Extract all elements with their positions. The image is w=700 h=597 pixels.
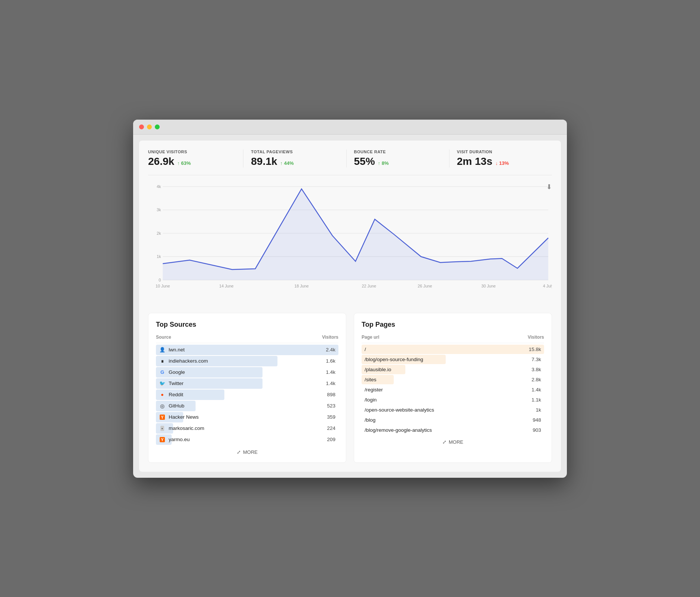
svg-text:0: 0: [159, 277, 161, 282]
table-row[interactable]: ▪ markosaric.com 224: [156, 423, 338, 434]
source-name: G Google: [159, 369, 326, 376]
stat-value-row: 26.9k 63%: [148, 156, 236, 167]
source-name: Y yarmo.eu: [159, 436, 327, 443]
page-visitors: 15.8k: [529, 347, 541, 352]
top-sources-title: Top Sources: [156, 321, 338, 329]
source-name: ▪ markosaric.com: [159, 425, 327, 432]
page-url: /blog/remove-google-analytics: [365, 427, 532, 433]
page-visitors: 1.4k: [531, 387, 541, 393]
table-row[interactable]: G Google 1.4k: [156, 367, 338, 378]
source-visitors: 209: [327, 437, 335, 442]
top-sources-panel: Top Sources Source Visitors 👤 lwn.net 2.…: [148, 313, 346, 463]
table-row[interactable]: /sites 2.8k: [362, 375, 544, 384]
source-icon: ●: [159, 391, 166, 398]
table-row[interactable]: 🐦 Twitter 1.4k: [156, 378, 338, 389]
sources-table-header: Source Visitors: [156, 335, 338, 343]
stat-item-3: VISIT DURATION 2m 13s 13%: [449, 150, 552, 167]
source-icon: 🐦: [159, 380, 166, 387]
source-name: ● Reddit: [159, 391, 327, 398]
maximize-button[interactable]: [155, 124, 160, 129]
table-row[interactable]: /plausible.io 3.8k: [362, 365, 544, 374]
stat-change: 44%: [280, 160, 294, 166]
page-visitors: 1.1k: [531, 397, 541, 403]
source-visitors: 2.4k: [326, 347, 335, 353]
svg-text:18 June: 18 June: [294, 283, 308, 288]
app-window: UNIQUE VISITORS 26.9k 63% TOTAL PAGEVIEW…: [133, 120, 567, 478]
svg-text:4k: 4k: [157, 184, 161, 188]
table-row[interactable]: /blog/remove-google-analytics 903: [362, 425, 544, 435]
page-url: /: [365, 347, 529, 352]
source-icon: ▪: [159, 425, 166, 432]
source-name: 🐦 Twitter: [159, 380, 326, 387]
page-url: /open-source-website-analytics: [365, 407, 536, 413]
svg-text:14 June: 14 June: [219, 283, 233, 288]
table-row[interactable]: 👤 lwn.net 2.4k: [156, 345, 338, 355]
source-col-header: Source: [156, 335, 171, 340]
pages-table: / 15.8k /blog/open-source-funding 7.3k /…: [362, 345, 544, 435]
table-row[interactable]: /blog 948: [362, 415, 544, 425]
table-row[interactable]: /login 1.1k: [362, 395, 544, 404]
svg-text:26 June: 26 June: [418, 283, 432, 288]
source-name: ∎ indiehackers.com: [159, 358, 326, 364]
svg-text:2k: 2k: [157, 231, 161, 235]
page-url: /blog: [365, 417, 532, 423]
stat-value-row: 55% 8%: [354, 156, 442, 167]
table-row[interactable]: Y yarmo.eu 209: [156, 434, 338, 445]
main-content: UNIQUE VISITORS 26.9k 63% TOTAL PAGEVIEW…: [139, 141, 561, 472]
source-visitors: 1.4k: [326, 381, 335, 386]
stat-label: UNIQUE VISITORS: [148, 150, 236, 154]
stat-item-1: TOTAL PAGEVIEWS 89.1k 44%: [243, 150, 346, 167]
page-url: /sites: [365, 377, 531, 382]
page-url: /blog/open-source-funding: [365, 357, 531, 362]
page-visitors: 3.8k: [531, 367, 541, 372]
source-icon: ∎: [159, 358, 166, 364]
table-row[interactable]: ∎ indiehackers.com 1.6k: [156, 356, 338, 366]
url-col-header: Page url: [362, 335, 379, 340]
minimize-button[interactable]: [147, 124, 152, 129]
source-name: 👤 lwn.net: [159, 347, 326, 353]
source-visitors: 1.6k: [326, 358, 335, 364]
stat-value-row: 2m 13s 13%: [457, 156, 544, 167]
table-row[interactable]: /blog/open-source-funding 7.3k: [362, 355, 544, 364]
source-icon: G: [159, 369, 166, 376]
table-row[interactable]: /open-source-website-analytics 1k: [362, 405, 544, 415]
table-row[interactable]: ● Reddit 898: [156, 390, 338, 400]
stat-item-2: BOUNCE RATE 55% 8%: [347, 150, 449, 167]
source-visitors: 523: [327, 403, 335, 409]
svg-text:22 June: 22 June: [362, 283, 376, 288]
table-row[interactable]: ◎ GitHub 523: [156, 401, 338, 411]
source-icon: 👤: [159, 347, 166, 353]
table-row[interactable]: /register 1.4k: [362, 385, 544, 394]
source-icon: Y: [159, 436, 166, 443]
pages-more-button[interactable]: ⤢ MORE: [362, 439, 544, 445]
table-row[interactable]: / 15.8k: [362, 345, 544, 354]
page-visitors: 7.3k: [531, 357, 541, 362]
page-url: /register: [365, 387, 531, 393]
stat-item-0: UNIQUE VISITORS 26.9k 63%: [148, 150, 243, 167]
top-pages-title: Top Pages: [362, 321, 544, 329]
download-icon[interactable]: ⬇: [546, 183, 552, 191]
chart-container: ⬇ 01k2k3k4k10 June14 June18 June22 June2…: [148, 183, 552, 304]
sources-more-button[interactable]: ⤢ MORE: [156, 449, 338, 455]
source-icon: Y: [159, 414, 166, 421]
source-visitors: 224: [327, 425, 335, 431]
pages-table-header: Page url Visitors: [362, 335, 544, 343]
source-visitors: 359: [327, 414, 335, 420]
expand-icon2: ⤢: [442, 439, 446, 445]
source-visitors: 1.4k: [326, 369, 335, 375]
table-row[interactable]: Y Hacker News 359: [156, 412, 338, 422]
stat-label: TOTAL PAGEVIEWS: [251, 150, 338, 154]
page-url: /login: [365, 397, 531, 403]
close-button[interactable]: [139, 124, 144, 129]
stat-value: 55%: [354, 156, 375, 167]
stat-value: 26.9k: [148, 156, 174, 167]
stats-row: UNIQUE VISITORS 26.9k 63% TOTAL PAGEVIEW…: [148, 150, 552, 175]
top-pages-panel: Top Pages Page url Visitors / 15.8k /blo…: [354, 313, 552, 463]
svg-text:3k: 3k: [157, 207, 161, 212]
visitors-col-header2: Visitors: [528, 335, 544, 340]
source-icon: ◎: [159, 403, 166, 409]
stat-label: BOUNCE RATE: [354, 150, 442, 154]
page-url: /plausible.io: [365, 367, 531, 372]
svg-text:4 July: 4 July: [543, 283, 552, 288]
sources-table: 👤 lwn.net 2.4k ∎ indiehackers.com 1.6k G…: [156, 345, 338, 445]
